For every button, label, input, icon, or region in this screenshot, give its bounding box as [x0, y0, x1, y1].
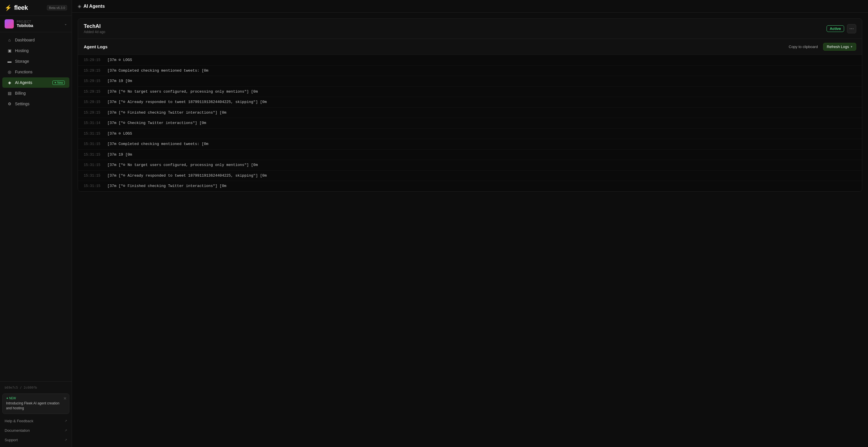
- hash-display: b69e7c5 / 2c600fb: [0, 384, 72, 391]
- log-timestamp: 15:31:15: [84, 184, 104, 188]
- project-avatar: [5, 19, 14, 29]
- log-timestamp: 15:31:15: [84, 132, 104, 136]
- external-link-icon: ↗: [64, 428, 67, 432]
- log-entry: 15:29:15[37m Completed checking mentione…: [78, 66, 862, 76]
- project-info: Project Tobiloba: [17, 20, 61, 28]
- log-message: [37m ["⊙ Checking Twitter interactions"]…: [107, 120, 856, 126]
- home-icon: ⌂: [7, 37, 12, 42]
- external-link-icon: ↗: [64, 419, 67, 423]
- log-entry: 15:31:15[37m 19 [0m: [78, 150, 862, 160]
- log-message: [37m ["⊙ No target users configured, pro…: [107, 162, 856, 168]
- log-message: [37m ["⊙ Already responded to tweet 1879…: [107, 173, 856, 179]
- log-entry: 15:29:15[37m ["⊙ Finished checking Twitt…: [78, 107, 862, 118]
- logo-icon: ⚡: [5, 4, 12, 11]
- log-message: [37m ⊙ LOGS: [107, 57, 856, 63]
- sidebar-item-label: Billing: [15, 91, 65, 96]
- chevron-down-icon: ⌄: [64, 22, 67, 26]
- documentation-link[interactable]: Documentation ↗: [0, 426, 72, 435]
- support-link[interactable]: Support ↗: [0, 435, 72, 445]
- notification-badge: ✦ NEW: [6, 397, 66, 400]
- sidebar-item-billing[interactable]: ▤ Billing: [2, 88, 69, 98]
- sidebar-item-storage[interactable]: ▬ Storage: [2, 56, 69, 66]
- project-label: Project: [17, 20, 61, 23]
- external-link-icon: ↗: [64, 438, 67, 442]
- log-message: [37m 19 [0m: [107, 78, 856, 84]
- log-message: [37m Completed checking mentioned tweets…: [107, 141, 856, 147]
- chevron-down-icon: ▾: [851, 45, 852, 49]
- log-timestamp: 15:29:15: [84, 100, 104, 104]
- log-message: [37m Completed checking mentioned tweets…: [107, 68, 856, 74]
- log-entry: 15:31:15[37m ["⊙ No target users configu…: [78, 160, 862, 170]
- sidebar-item-label: Dashboard: [15, 38, 65, 42]
- logo-area: ⚡ fleek: [5, 4, 28, 11]
- new-badge: ✦ New: [52, 81, 65, 85]
- log-timestamp: 15:29:15: [84, 69, 104, 73]
- ai-agents-icon: ◈: [7, 80, 12, 85]
- log-entry: 15:31:15[37m ⊙ LOGS: [78, 129, 862, 139]
- close-icon[interactable]: ✕: [63, 396, 67, 401]
- functions-icon: ◎: [7, 69, 12, 74]
- sidebar-item-settings[interactable]: ⚙ Settings: [2, 99, 69, 109]
- sidebar-item-label: Settings: [15, 101, 65, 106]
- sidebar-item-hosting[interactable]: ▣ Hosting: [2, 45, 69, 56]
- sidebar: ⚡ fleek Beta v6.3.0 Project Tobiloba ⌄ ⌂…: [0, 0, 72, 447]
- hosting-icon: ▣: [7, 48, 12, 53]
- log-entry: 15:29:15[37m 19 [0m: [78, 76, 862, 87]
- copy-to-clipboard-button[interactable]: Copy to clipboard: [786, 43, 821, 50]
- agent-info: TechAI Added 4d ago: [84, 23, 105, 34]
- log-timestamp: 15:29:15: [84, 111, 104, 115]
- agent-card: TechAI Added 4d ago Active ⋯ Agent Logs …: [78, 19, 862, 192]
- log-message: [37m ["⊙ No target users configured, pro…: [107, 89, 856, 95]
- sidebar-item-dashboard[interactable]: ⌂ Dashboard: [2, 35, 69, 45]
- log-entry: 15:31:15[37m ["⊙ Finished checking Twitt…: [78, 181, 862, 191]
- agent-added: Added 4d ago: [84, 30, 105, 34]
- log-message: [37m ["⊙ Finished checking Twitter inter…: [107, 110, 856, 116]
- log-entry: 15:29:15[37m ⊙ LOGS: [78, 55, 862, 66]
- sidebar-item-label: Storage: [15, 59, 65, 64]
- log-message: [37m ["⊙ Finished checking Twitter inter…: [107, 183, 856, 189]
- agent-card-header: TechAI Added 4d ago Active ⋯: [78, 19, 862, 39]
- logs-title: Agent Logs: [84, 44, 107, 49]
- main-content: ◈ AI Agents TechAI Added 4d ago Active ⋯…: [72, 0, 868, 447]
- sidebar-bottom: b69e7c5 / 2c600fb ✦ NEW Introducing Flee…: [0, 381, 72, 447]
- log-entry: 15:29:15[37m ["⊙ Already responded to tw…: [78, 97, 862, 107]
- log-message: [37m ⊙ LOGS: [107, 131, 856, 137]
- log-timestamp: 15:31:15: [84, 153, 104, 157]
- log-timestamp: 15:31:15: [84, 174, 104, 178]
- sidebar-nav: ⌂ Dashboard ▣ Hosting ▬ Storage ◎ Functi…: [0, 32, 72, 381]
- sidebar-item-ai-agents[interactable]: ◈ AI Agents ✦ New: [2, 77, 69, 88]
- settings-icon: ⚙: [7, 101, 12, 106]
- content-area: TechAI Added 4d ago Active ⋯ Agent Logs …: [72, 13, 868, 447]
- sidebar-item-label: AI Agents: [15, 80, 50, 85]
- log-entries: 15:29:15[37m ⊙ LOGS15:29:15[37m Complete…: [78, 55, 862, 191]
- help-feedback-link[interactable]: Help & Feedback ↗: [0, 416, 72, 426]
- log-timestamp: 15:29:15: [84, 79, 104, 83]
- log-message: [37m ["⊙ Already responded to tweet 1879…: [107, 99, 856, 105]
- log-entry: 15:31:14[37m ["⊙ Checking Twitter intera…: [78, 118, 862, 129]
- billing-icon: ▤: [7, 91, 12, 96]
- status-badge: Active: [827, 25, 844, 32]
- sidebar-item-functions[interactable]: ◎ Functions: [2, 67, 69, 77]
- bottom-links: Help & Feedback ↗ Documentation ↗ Suppor…: [0, 416, 72, 445]
- log-entry: 15:31:15[37m ["⊙ Already responded to tw…: [78, 170, 862, 181]
- refresh-logs-button[interactable]: Refresh Logs ▾: [823, 43, 856, 51]
- log-timestamp: 15:29:15: [84, 58, 104, 62]
- ai-agents-page-icon: ◈: [78, 3, 81, 9]
- top-bar: ◈ AI Agents: [72, 0, 868, 13]
- agent-header-right: Active ⋯: [827, 24, 856, 33]
- beta-badge: Beta v6.3.0: [47, 5, 67, 10]
- page-title: AI Agents: [84, 4, 105, 9]
- log-timestamp: 15:31:15: [84, 163, 104, 167]
- log-entry: 15:29:15[37m ["⊙ No target users configu…: [78, 87, 862, 97]
- project-selector[interactable]: Project Tobiloba ⌄: [0, 16, 72, 32]
- more-options-button[interactable]: ⋯: [847, 24, 856, 33]
- logs-section: Agent Logs Copy to clipboard Refresh Log…: [78, 39, 862, 191]
- notification-card: ✦ NEW Introducing Fleek AI agent creatio…: [2, 393, 69, 414]
- logo-text: fleek: [14, 4, 28, 11]
- agent-name: TechAI: [84, 23, 105, 29]
- log-entry: 15:31:15[37m Completed checking mentione…: [78, 139, 862, 150]
- log-timestamp: 15:31:15: [84, 142, 104, 146]
- notification-text: Introducing Fleek AI agent creation and …: [6, 401, 66, 411]
- project-name: Tobiloba: [17, 23, 61, 28]
- logs-header: Agent Logs Copy to clipboard Refresh Log…: [78, 39, 862, 55]
